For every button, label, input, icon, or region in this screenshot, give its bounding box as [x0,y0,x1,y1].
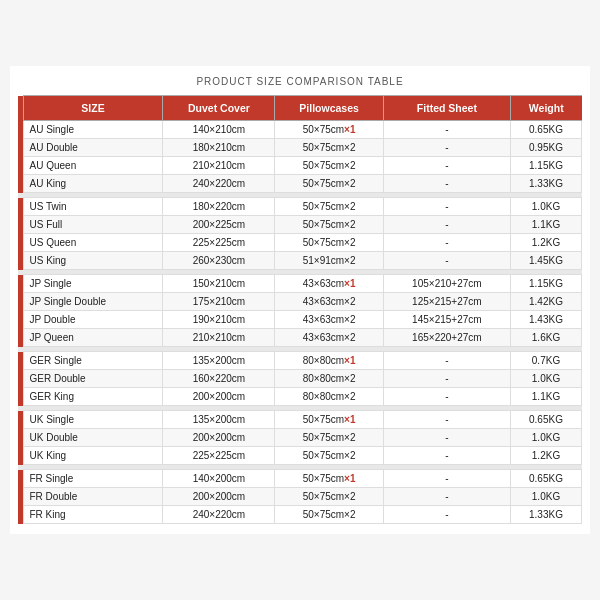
cell-size: GER Single [23,352,163,370]
cell-size: US King [23,252,163,270]
cell-pillow: 50×75cm×2 [275,506,383,524]
cell-duvet: 135×200cm [163,411,275,429]
cell-weight: 1.0KG [510,429,581,447]
cell-size: JP Queen [23,329,163,347]
cell-pillow: 80×80cm×1 [275,352,383,370]
cell-size: US Full [23,216,163,234]
cell-size: FR King [23,506,163,524]
cell-pillow: 50×75cm×1 [275,411,383,429]
cell-weight: 1.2KG [510,234,581,252]
cell-weight: 1.33KG [510,506,581,524]
header-pillowcases: Pillowcases [275,96,383,121]
cell-duvet: 135×200cm [163,352,275,370]
cell-size: AU Queen [23,157,163,175]
cell-size: GER Double [23,370,163,388]
cell-weight: 1.2KG [510,447,581,465]
table-row: FR King240×220cm50×75cm×2-1.33KG [18,506,582,524]
cell-size: JP Double [23,311,163,329]
cell-weight: 1.1KG [510,388,581,406]
cell-size: AU King [23,175,163,193]
cell-duvet: 240×220cm [163,175,275,193]
cell-weight: 0.95KG [510,139,581,157]
cell-fitted: - [383,198,510,216]
cell-pillow: 43×63cm×1 [275,275,383,293]
cell-pillow: 50×75cm×2 [275,488,383,506]
cell-duvet: 175×210cm [163,293,275,311]
cell-weight: 1.42KG [510,293,581,311]
cell-duvet: 225×225cm [163,234,275,252]
cell-size: JP Single Double [23,293,163,311]
cell-fitted: - [383,470,510,488]
cell-duvet: 200×200cm [163,388,275,406]
cell-duvet: 210×210cm [163,157,275,175]
cell-fitted: - [383,157,510,175]
table-row: AU Double180×210cm50×75cm×2-0.95KG [18,139,582,157]
cell-duvet: 260×230cm [163,252,275,270]
main-container: PRODUCT SIZE COMPARISON TABLE SIZEDuvet … [10,66,590,534]
cell-duvet: 180×210cm [163,139,275,157]
cell-fitted: - [383,370,510,388]
table-row: GER Single135×200cm80×80cm×1-0.7KG [18,352,582,370]
cell-fitted: - [383,488,510,506]
cell-fitted: - [383,175,510,193]
size-comparison-table: SIZEDuvet CoverPillowcasesFitted SheetWe… [18,95,582,524]
cell-pillow: 80×80cm×2 [275,388,383,406]
table-row: JP Single150×210cm43×63cm×1105×210+27cm1… [18,275,582,293]
table-row: JP Double190×210cm43×63cm×2145×215+27cm1… [18,311,582,329]
cell-fitted: - [383,388,510,406]
page-title: PRODUCT SIZE COMPARISON TABLE [18,76,582,87]
cell-size: JP Single [23,275,163,293]
cell-pillow: 43×63cm×2 [275,311,383,329]
table-row: AU Queen210×210cm50×75cm×2-1.15KG [18,157,582,175]
cell-size: UK King [23,447,163,465]
cell-pillow: 50×75cm×2 [275,139,383,157]
cell-weight: 0.7KG [510,352,581,370]
cell-fitted: 125×215+27cm [383,293,510,311]
cell-duvet: 190×210cm [163,311,275,329]
cell-pillow: 51×91cm×2 [275,252,383,270]
cell-weight: 0.65KG [510,121,581,139]
table-row: UK King225×225cm50×75cm×2-1.2KG [18,447,582,465]
cell-weight: 1.43KG [510,311,581,329]
cell-pillow: 50×75cm×1 [275,470,383,488]
cell-fitted: 105×210+27cm [383,275,510,293]
cell-weight: 1.15KG [510,157,581,175]
cell-duvet: 200×225cm [163,216,275,234]
cell-fitted: - [383,139,510,157]
table-row: JP Queen210×210cm43×63cm×2165×220+27cm1.… [18,329,582,347]
cell-fitted: 165×220+27cm [383,329,510,347]
cell-duvet: 210×210cm [163,329,275,347]
cell-fitted: - [383,352,510,370]
cell-duvet: 160×220cm [163,370,275,388]
cell-pillow: 50×75cm×2 [275,429,383,447]
table-row: FR Double200×200cm50×75cm×2-1.0KG [18,488,582,506]
table-row: AU King240×220cm50×75cm×2-1.33KG [18,175,582,193]
cell-duvet: 150×210cm [163,275,275,293]
cell-size: AU Single [23,121,163,139]
cell-fitted: - [383,411,510,429]
table-row: UK Single135×200cm50×75cm×1-0.65KG [18,411,582,429]
cell-duvet: 240×220cm [163,506,275,524]
table-row: JP Single Double175×210cm43×63cm×2125×21… [18,293,582,311]
cell-pillow: 50×75cm×2 [275,198,383,216]
cell-weight: 1.0KG [510,198,581,216]
table-row: FR Single140×200cm50×75cm×1-0.65KG [18,470,582,488]
header-size: SIZE [23,96,163,121]
cell-pillow: 50×75cm×2 [275,157,383,175]
cell-weight: 1.6KG [510,329,581,347]
cell-fitted: - [383,216,510,234]
cell-fitted: - [383,447,510,465]
cell-pillow: 43×63cm×2 [275,329,383,347]
cell-size: UK Double [23,429,163,447]
cell-size: US Queen [23,234,163,252]
cell-pillow: 80×80cm×2 [275,370,383,388]
cell-weight: 0.65KG [510,470,581,488]
header-duvet-cover: Duvet Cover [163,96,275,121]
cell-weight: 0.65KG [510,411,581,429]
cell-pillow: 50×75cm×2 [275,216,383,234]
table-row: AU Single140×210cm50×75cm×1-0.65KG [18,121,582,139]
cell-fitted: - [383,506,510,524]
cell-duvet: 140×210cm [163,121,275,139]
cell-fitted: 145×215+27cm [383,311,510,329]
table-row: GER Double160×220cm80×80cm×2-1.0KG [18,370,582,388]
